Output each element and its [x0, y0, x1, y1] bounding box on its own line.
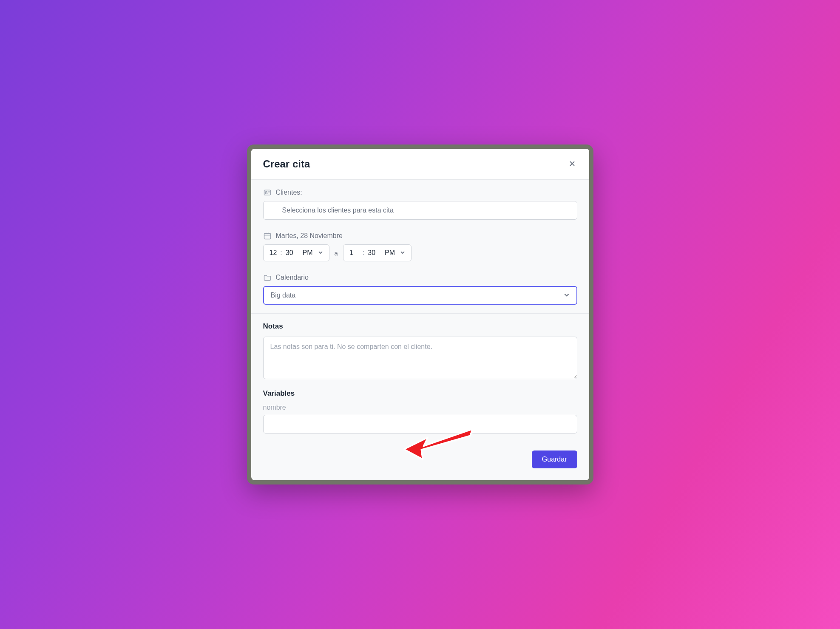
- modal-header: Crear cita: [251, 149, 589, 180]
- close-button[interactable]: [567, 159, 577, 169]
- time-colon: :: [363, 249, 364, 257]
- start-time-picker[interactable]: 12 : 30 PM: [263, 244, 329, 261]
- calendar-field-group: Calendario Big data: [263, 273, 577, 305]
- start-minute: 30: [286, 249, 293, 257]
- date-label-row: Martes, 28 Noviembre: [263, 232, 577, 240]
- chevron-down-icon: [564, 292, 570, 299]
- calendar-icon: [263, 232, 272, 240]
- notes-field-group: Notas: [263, 322, 577, 381]
- clients-label: Clientes:: [276, 189, 302, 196]
- modal-title: Crear cita: [263, 158, 310, 170]
- start-hour: 12: [270, 249, 277, 257]
- save-button[interactable]: Guardar: [532, 450, 577, 468]
- contacts-icon: [263, 188, 272, 197]
- start-period: PM: [303, 249, 313, 257]
- top-section: Clientes:: [251, 180, 589, 313]
- modal-wrapper: Crear cita: [247, 144, 593, 484]
- modal-body: Clientes:: [251, 180, 589, 480]
- end-hour: 1: [349, 249, 353, 257]
- folder-icon: [263, 273, 272, 282]
- end-time-picker[interactable]: 1 : 30 PM: [343, 244, 411, 261]
- modal-footer: Guardar: [251, 442, 589, 480]
- svg-rect-8: [264, 233, 270, 239]
- close-icon: [569, 159, 576, 170]
- variables-field-group: Variables nombre: [263, 389, 577, 434]
- svg-point-3: [265, 191, 267, 193]
- calendar-select[interactable]: Big data: [263, 286, 577, 305]
- calendar-label: Calendario: [276, 274, 309, 281]
- svg-rect-2: [264, 190, 270, 195]
- end-minute: 30: [368, 249, 375, 257]
- create-appointment-modal: Crear cita: [251, 149, 589, 480]
- variables-heading: Variables: [263, 389, 577, 398]
- time-separator: a: [335, 249, 338, 257]
- variable-nombre-input[interactable]: [263, 415, 577, 434]
- bottom-section: Notas Variables nombre: [251, 314, 589, 442]
- end-period: PM: [385, 249, 395, 257]
- clients-label-row: Clientes:: [263, 188, 577, 197]
- notes-heading: Notas: [263, 322, 577, 331]
- time-colon: :: [280, 249, 282, 257]
- calendar-selected-value: Big data: [271, 292, 296, 299]
- variable-field-label: nombre: [263, 404, 577, 411]
- clients-field-group: Clientes:: [263, 188, 577, 220]
- clients-search-wrapper: [263, 201, 577, 220]
- chevron-down-icon: [318, 250, 323, 256]
- time-row: 12 : 30 PM a 1: [263, 244, 577, 261]
- date-field-group: Martes, 28 Noviembre 12 : 30 PM: [263, 232, 577, 261]
- calendar-label-row: Calendario: [263, 273, 577, 282]
- chevron-down-icon: [400, 250, 405, 256]
- clients-search-input[interactable]: [263, 201, 577, 220]
- notes-textarea[interactable]: [263, 337, 577, 379]
- date-label: Martes, 28 Noviembre: [276, 232, 343, 240]
